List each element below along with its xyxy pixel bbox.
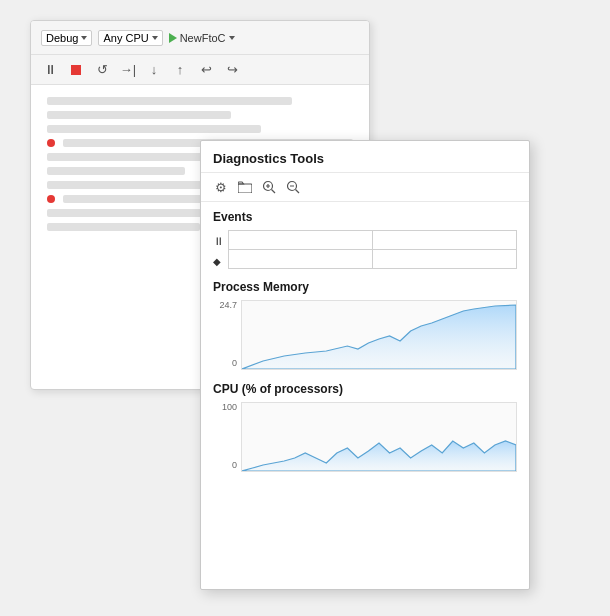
settings-icon[interactable]: ⚙ xyxy=(213,179,229,195)
pause-button[interactable]: ⏸ xyxy=(41,61,59,79)
cpu-chart-area xyxy=(241,402,517,472)
zoom-in-icon[interactable] xyxy=(261,179,277,195)
events-cell-4 xyxy=(373,250,516,268)
undo-button[interactable]: ↩ xyxy=(197,61,215,79)
cpu-y-axis: 100 0 xyxy=(213,402,237,472)
editor-toolbar: Debug Any CPU NewFtoC xyxy=(31,21,369,55)
step-out-button[interactable]: ↑ xyxy=(171,61,189,79)
cpu-title: CPU (% of processors) xyxy=(213,382,517,396)
cpu-y-max: 100 xyxy=(213,402,237,412)
process-memory-section: Process Memory 24.7 0 xyxy=(201,276,529,378)
events-cell-2 xyxy=(373,231,516,249)
run-button[interactable]: NewFtoC xyxy=(169,32,235,44)
folder-icon[interactable] xyxy=(237,179,253,195)
debug-controls-bar: ⏸ ↺ →| ↓ ↑ ↩ ↪ xyxy=(31,55,369,85)
process-memory-title: Process Memory xyxy=(213,280,517,294)
diagnostics-title: Diagnostics Tools xyxy=(201,141,529,173)
code-line xyxy=(47,125,261,133)
events-pause-button[interactable]: ⏸ xyxy=(213,232,224,250)
cpu-section: CPU (% of processors) 100 0 xyxy=(201,378,529,480)
zoom-out-icon[interactable] xyxy=(285,179,301,195)
restart-button[interactable]: ↺ xyxy=(93,61,111,79)
breakpoint-dot xyxy=(47,139,55,147)
debug-chevron-icon xyxy=(81,36,87,40)
svg-line-2 xyxy=(272,190,276,194)
debug-dropdown[interactable]: Debug xyxy=(41,30,92,46)
cpu-chevron-icon xyxy=(152,36,158,40)
svg-rect-0 xyxy=(238,184,252,193)
code-line xyxy=(47,97,292,105)
svg-marker-8 xyxy=(242,305,516,369)
code-line xyxy=(47,167,185,175)
breakpoint-dot-2 xyxy=(47,195,55,203)
redo-button[interactable]: ↪ xyxy=(223,61,241,79)
svg-marker-9 xyxy=(242,441,516,471)
debug-label: Debug xyxy=(46,32,78,44)
events-section: Events ⏸ ◆ xyxy=(201,202,529,276)
code-line xyxy=(47,111,231,119)
process-memory-chart: 24.7 0 xyxy=(213,300,517,370)
diagnostics-panel: Diagnostics Tools ⚙ Event xyxy=(200,140,530,590)
step-over-button[interactable]: →| xyxy=(119,61,137,79)
cpu-dropdown[interactable]: Any CPU xyxy=(98,30,162,46)
run-chevron-icon xyxy=(229,36,235,40)
events-cell-1 xyxy=(229,231,372,249)
events-cell-3 xyxy=(229,250,372,268)
process-memory-y-axis: 24.7 0 xyxy=(213,300,237,370)
events-title: Events xyxy=(213,210,517,224)
diagnostics-toolbar: ⚙ xyxy=(201,173,529,202)
process-memory-y-min: 0 xyxy=(213,358,237,368)
code-line xyxy=(47,223,200,231)
run-label: NewFtoC xyxy=(180,32,226,44)
cpu-label: Any CPU xyxy=(103,32,148,44)
stop-button[interactable] xyxy=(67,61,85,79)
step-into-button[interactable]: ↓ xyxy=(145,61,163,79)
play-icon xyxy=(169,33,177,43)
process-memory-y-max: 24.7 xyxy=(213,300,237,310)
stop-icon xyxy=(71,65,81,75)
code-line xyxy=(47,181,215,189)
svg-line-6 xyxy=(296,190,300,194)
events-diamond-icon: ◆ xyxy=(213,252,224,270)
cpu-y-min: 0 xyxy=(213,460,237,470)
cpu-chart: 100 0 xyxy=(213,402,517,472)
process-memory-chart-area xyxy=(241,300,517,370)
